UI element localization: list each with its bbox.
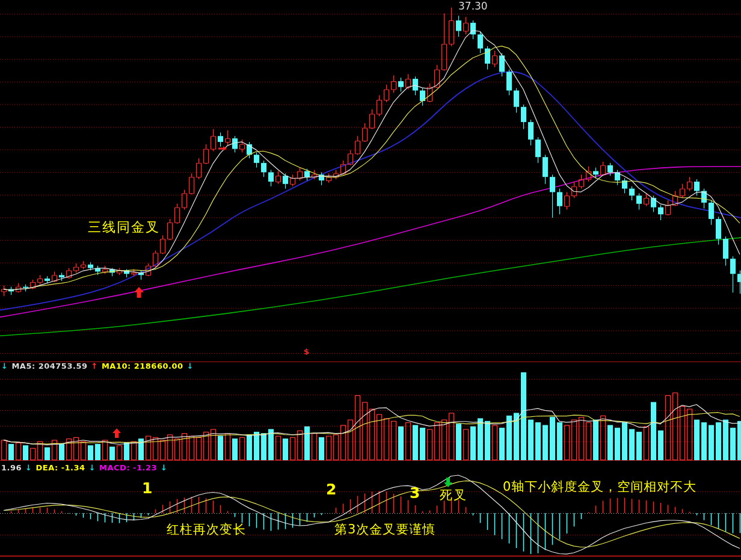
peak-tick-icon: ^ xyxy=(61,0,67,5)
macd-legend: 1.96 ↓ DEA: -1.34 ↓ MACD: -1.23 ↓ xyxy=(1,463,168,472)
volume-ma10-label: MA10: 218660.00 xyxy=(102,362,183,371)
macd-dif-value: 1.96 xyxy=(1,463,22,472)
note-red-bars-lengthen[interactable]: 红柱再次变长 xyxy=(167,523,246,537)
peak-price-label: 37.30 xyxy=(458,1,488,12)
death-cross-down-arrow-icon[interactable] xyxy=(444,478,452,487)
marker-arrow-icon[interactable] xyxy=(218,146,227,151)
peak-tick-icon: ^ xyxy=(448,0,454,5)
golden-cross-marker-2[interactable]: 2 xyxy=(326,481,336,498)
volume-ma10-down-arrow-icon: ↓ xyxy=(187,362,194,371)
macd-down-arrow-icon: ↓ xyxy=(161,463,167,472)
peak-tick-icon: ^ xyxy=(193,0,199,5)
note-zero-axis-golden-cross[interactable]: 0轴下小斜度金叉，空间相对不大 xyxy=(503,480,696,494)
chart-canvas[interactable] xyxy=(0,0,741,560)
macd-dea-down-arrow-icon: ↓ xyxy=(89,463,96,472)
peak-tick-icon: ^ xyxy=(153,0,159,5)
volume-signal-up-arrow-icon[interactable] xyxy=(112,428,121,438)
annotation-three-line-golden-cross[interactable]: 三线同金叉 xyxy=(88,220,160,235)
buy-signal-up-arrow-icon[interactable] xyxy=(134,287,144,298)
volume-ma5-label: MA5: 204753.59 xyxy=(11,362,87,371)
golden-cross-marker-1[interactable]: 1 xyxy=(142,480,152,497)
death-cross-label[interactable]: 死叉 xyxy=(440,488,467,502)
divider-marker: $ xyxy=(304,348,309,356)
note-third-golden-cross-caution[interactable]: 第3次金叉要谨慎 xyxy=(334,523,435,537)
macd-dif-down-arrow-icon: ↓ xyxy=(25,463,32,472)
volume-trend-down-arrow-icon: ↓ xyxy=(1,362,8,371)
macd-dea-label: DEA: -1.34 xyxy=(35,463,85,472)
volume-ma-legend: ↓ MA5: 204753.59 ↑ MA10: 218660.00 ↓ xyxy=(1,362,194,371)
stock-chart-app: ^ ^ ^ ^ 37.30 三线同金叉 $ ↓ MA5: 204753.59 ↑… xyxy=(0,0,741,560)
macd-value-label: MACD: -1.23 xyxy=(99,463,157,472)
golden-cross-marker-3[interactable]: 3 xyxy=(410,485,420,502)
volume-ma5-up-arrow-icon: ↑ xyxy=(91,362,97,371)
